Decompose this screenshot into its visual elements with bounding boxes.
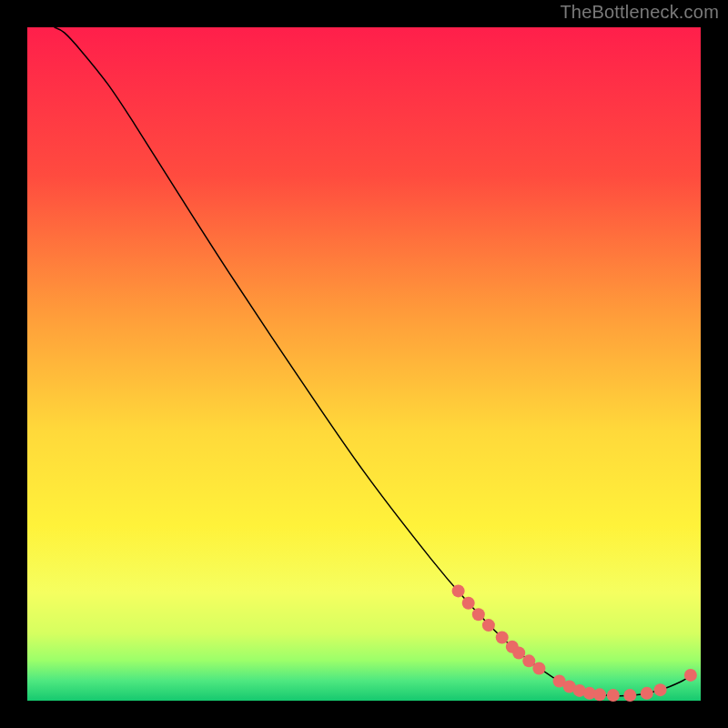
highlighted-point — [472, 608, 485, 621]
highlighted-point — [593, 688, 606, 701]
watermark-text: TheBottleneck.com — [560, 2, 719, 23]
highlighted-point — [532, 662, 545, 674]
highlighted-point — [684, 669, 697, 682]
highlighted-point — [641, 687, 653, 700]
plot-background — [27, 27, 701, 701]
highlighted-point — [654, 683, 667, 696]
highlighted-point — [623, 689, 636, 702]
highlighted-point — [512, 646, 525, 659]
highlighted-point — [496, 631, 509, 643]
highlighted-point — [482, 619, 495, 632]
highlighted-point — [452, 584, 465, 597]
bottleneck-chart — [0, 0, 728, 728]
chart-root: TheBottleneck.com — [0, 0, 728, 728]
highlighted-point — [607, 689, 620, 702]
highlighted-point — [462, 597, 475, 610]
